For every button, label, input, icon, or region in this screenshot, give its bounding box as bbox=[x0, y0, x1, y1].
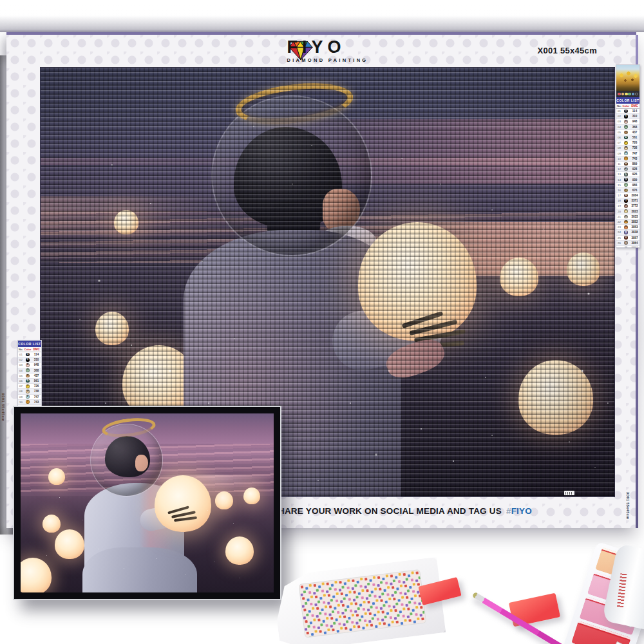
color-row: 09A747 bbox=[616, 151, 639, 156]
color-chip: W bbox=[624, 146, 628, 150]
color-no: 14 bbox=[616, 178, 622, 182]
color-no: 10 bbox=[18, 401, 24, 404]
color-chip: F bbox=[26, 384, 30, 388]
color-chip-cell: O bbox=[24, 353, 32, 357]
banner-hashtag: #FIYO bbox=[506, 506, 532, 516]
color-dmc: 3772 bbox=[630, 204, 639, 207]
color-row: 08W738 bbox=[18, 389, 41, 394]
color-no: 01 bbox=[18, 353, 24, 356]
color-chip-cell: D bbox=[24, 379, 32, 383]
color-no: 05 bbox=[616, 131, 622, 134]
color-chip: W bbox=[624, 220, 628, 224]
color-dmc: 114 bbox=[32, 353, 41, 356]
color-chip-cell: Y bbox=[24, 400, 32, 404]
color-chip-cell: B bbox=[24, 363, 32, 367]
color-no: 19 bbox=[616, 204, 622, 207]
color-chip-cell: K bbox=[622, 167, 630, 171]
color-row: 01O114 bbox=[18, 352, 41, 357]
color-row: 14N939 bbox=[616, 177, 639, 182]
color-no: 02 bbox=[18, 358, 24, 361]
color-row: 07F726 bbox=[18, 384, 41, 389]
board-header: FIYO DIAMOND PAINTING X001 55x45cm bbox=[40, 36, 615, 66]
color-no: 27 bbox=[616, 247, 622, 248]
color-dmc: 310 bbox=[630, 115, 639, 118]
glow-orb bbox=[48, 468, 65, 485]
color-chip: V bbox=[624, 183, 628, 187]
color-dmc: 726 bbox=[630, 141, 639, 144]
color-no: 10 bbox=[616, 157, 622, 160]
hashtag-brand: FIYO bbox=[511, 506, 532, 516]
color-chip-cell: S bbox=[622, 131, 630, 135]
color-chip: U bbox=[624, 236, 628, 240]
wall-shadow bbox=[0, 15, 644, 32]
color-row: 20Y3823 bbox=[616, 209, 639, 214]
col-no: No. bbox=[616, 104, 622, 108]
color-dmc: 3864 bbox=[630, 242, 639, 245]
color-chip-cell: X bbox=[24, 358, 32, 362]
color-list-columns: No. Color DMC bbox=[616, 104, 639, 109]
color-row: 06D561 bbox=[18, 379, 41, 384]
color-chip: D bbox=[26, 379, 30, 383]
color-chip-cell: J bbox=[622, 247, 630, 248]
color-dmc: 561 bbox=[630, 136, 639, 139]
color-no: 12 bbox=[616, 167, 622, 171]
color-no: 18 bbox=[616, 199, 622, 202]
color-no: 09 bbox=[18, 395, 24, 399]
color-no: 22 bbox=[616, 220, 622, 223]
color-dmc: 966 bbox=[630, 184, 639, 187]
glow-orb bbox=[215, 491, 233, 509]
col-no: No. bbox=[18, 348, 24, 351]
color-list-right: COLOR LIST No. Color DMC 01O11402X31003B… bbox=[616, 64, 640, 248]
diamond-sorting-tray bbox=[272, 557, 446, 644]
color-chip-cell: N bbox=[622, 178, 630, 182]
color-no: 13 bbox=[616, 173, 622, 176]
color-chip: S bbox=[624, 131, 628, 135]
color-chip-cell: R bbox=[622, 194, 630, 198]
color-chip: K bbox=[624, 167, 628, 171]
color-no: 06 bbox=[616, 136, 622, 139]
color-chip: B bbox=[624, 120, 628, 124]
color-chip-cell: W bbox=[24, 390, 32, 393]
color-chip-cell: Y bbox=[622, 156, 630, 160]
sample-dot bbox=[621, 93, 625, 96]
color-no: 01 bbox=[616, 109, 622, 113]
color-list-rows: 01O11402X31003B94804G36805S43706D56107F7… bbox=[18, 352, 41, 405]
color-chip: E bbox=[624, 189, 628, 193]
color-dmc: 726 bbox=[32, 384, 41, 388]
color-no: 23 bbox=[616, 225, 622, 229]
color-chip-cell: V bbox=[622, 183, 630, 187]
color-dmc: 738 bbox=[32, 390, 41, 393]
brand-name: FIYO bbox=[287, 39, 368, 56]
col-dmc: DMC bbox=[630, 104, 639, 108]
color-row: 02X310 bbox=[616, 114, 639, 119]
glow-orb bbox=[43, 515, 61, 533]
color-dmc: 368 bbox=[630, 126, 639, 129]
color-no: 08 bbox=[18, 390, 24, 393]
bag-label bbox=[614, 641, 626, 644]
color-row: 15V966 bbox=[616, 183, 639, 188]
color-dmc: 747 bbox=[630, 152, 639, 155]
color-list-columns: No. Color DMC bbox=[18, 347, 41, 352]
sparkle-stars bbox=[21, 413, 21, 414]
color-chip: L bbox=[624, 173, 628, 176]
logo-text: FIYO DIAMOND PAINTING bbox=[287, 39, 368, 63]
color-no: 05 bbox=[18, 374, 24, 377]
color-chip: B bbox=[26, 363, 30, 367]
color-row: 22W3852 bbox=[616, 220, 639, 225]
color-chip: A bbox=[624, 231, 628, 234]
tray-diamonds bbox=[298, 569, 426, 638]
color-no: 20 bbox=[616, 210, 622, 213]
color-dmc: 3838 bbox=[630, 231, 639, 234]
color-dmc: 743 bbox=[630, 157, 639, 160]
color-row: 26Z3864 bbox=[616, 241, 639, 246]
original-artwork bbox=[21, 413, 274, 592]
color-chip-cell: C bbox=[622, 215, 630, 219]
color-no: 04 bbox=[616, 126, 622, 129]
color-chip-cell: L bbox=[622, 173, 630, 176]
glow-orb bbox=[225, 536, 254, 565]
color-dmc: 676 bbox=[630, 189, 639, 192]
color-row: 16E676 bbox=[616, 188, 639, 193]
color-dmc: 561 bbox=[32, 379, 41, 383]
color-row: 27J3756 bbox=[616, 246, 639, 248]
color-dmc: 948 bbox=[630, 120, 639, 123]
